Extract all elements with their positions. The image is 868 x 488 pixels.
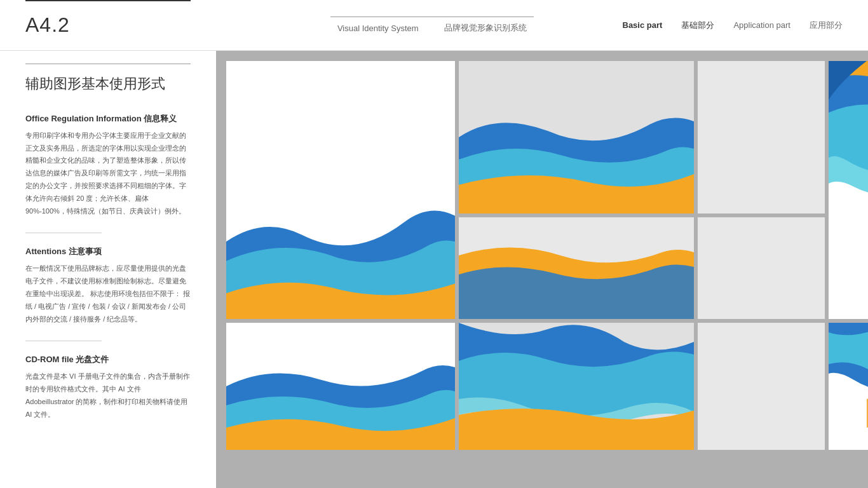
card-9 xyxy=(698,323,825,450)
page-title: 辅助图形基本使用形式 xyxy=(25,74,191,94)
header: A4.2 Visual Identity System 品牌视觉形象识别系统 B… xyxy=(0,0,868,51)
page-code: A4.2 xyxy=(25,13,241,37)
card-3 xyxy=(698,61,825,214)
card-6 xyxy=(459,217,694,319)
card-8 xyxy=(459,323,694,450)
nav-app-cn: 应用部分 xyxy=(810,20,843,31)
page-container: A4.2 Visual Identity System 品牌视觉形象识别系统 B… xyxy=(0,0,868,488)
svg-rect-6 xyxy=(698,217,825,319)
card-2 xyxy=(459,61,694,214)
section-cdrom-title: CD-ROM file 光盘文件 xyxy=(25,354,191,365)
main-content: 辅助图形基本使用形式 Office Regulation Information… xyxy=(0,51,868,488)
section-office-body: 专用印刷字体和专用办公字体主要应用于企业文献的正文及实务用品，所选定的字体用以实… xyxy=(25,130,191,218)
card-5 xyxy=(226,323,455,450)
svg-rect-8 xyxy=(698,323,825,450)
section-office-title: Office Regulation Information 信息释义 xyxy=(25,113,191,125)
section-cdrom-body: 光盘文件是本 VI 手册电子文件的集合，内含手册制作时的专用软件格式文件。其中 … xyxy=(25,370,191,421)
nav-basic-en: Basic part xyxy=(623,20,663,30)
nav-basic-cn: 基础部分 xyxy=(681,20,714,31)
header-center: Visual Identity System 品牌视觉形象识别系统 xyxy=(241,17,623,34)
svg-rect-2 xyxy=(698,61,825,214)
card-4 xyxy=(829,61,868,319)
header-nav-line xyxy=(330,17,534,17)
nav-vi-label: Visual Identity System xyxy=(337,24,419,33)
card-7 xyxy=(698,217,825,319)
card-1 xyxy=(226,61,455,319)
header-top-line xyxy=(25,0,191,1)
left-panel: 辅助图形基本使用形式 Office Regulation Information… xyxy=(0,51,216,488)
card-10 xyxy=(829,323,868,450)
section-cdrom: CD-ROM file 光盘文件 光盘文件是本 VI 手册电子文件的集合，内含手… xyxy=(25,354,191,421)
header-nav: Visual Identity System 品牌视觉形象识别系统 xyxy=(337,22,527,34)
page-title-line xyxy=(25,64,191,64)
nav-app-en: Application part xyxy=(733,20,790,30)
section-divider-2 xyxy=(25,341,102,341)
section-divider-1 xyxy=(25,233,102,233)
header-right: Basic part 基础部分 Application part 应用部分 xyxy=(623,20,843,31)
section-attentions-title: Attentions 注意事项 xyxy=(25,246,191,257)
section-attentions-body: 在一般情况下使用品牌标志，应尽量使用提供的光盘电子文件，不建议使用标准制图绘制标… xyxy=(25,262,191,325)
graphic-grid xyxy=(226,61,868,478)
nav-cn-label: 品牌视觉形象识别系统 xyxy=(444,22,527,34)
section-office: Office Regulation Information 信息释义 专用印刷字… xyxy=(25,113,191,218)
section-attentions: Attentions 注意事项 在一般情况下使用品牌标志，应尽量使用提供的光盘电… xyxy=(25,246,191,325)
right-panel xyxy=(216,51,868,488)
header-left: A4.2 xyxy=(25,13,241,37)
